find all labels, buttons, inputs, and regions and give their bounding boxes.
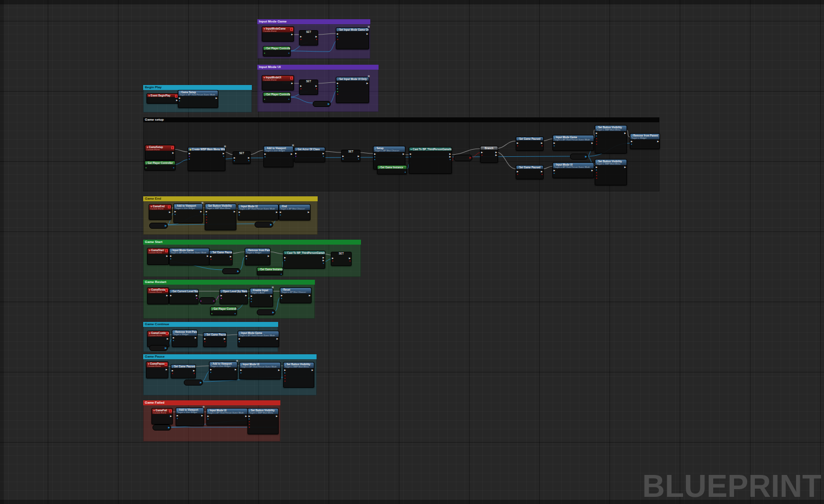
function-node-input-mode-ui[interactable]: ƒInput Mode UITarget is BP Third Person … bbox=[238, 204, 279, 220]
function-node-open-level-by-name[interactable]: ƒOpen Level (by Name)▶●▶ bbox=[219, 289, 248, 304]
exec-pin[interactable]: ▶ bbox=[239, 211, 240, 213]
exec-pin[interactable]: ▶ bbox=[201, 415, 203, 417]
exec-pin[interactable]: ▶ bbox=[410, 153, 411, 155]
exec-pin[interactable]: ▶ bbox=[251, 295, 252, 297]
exec-pin[interactable]: ▶ bbox=[596, 132, 597, 134]
data-pin[interactable]: ● bbox=[541, 145, 543, 147]
reroute-node[interactable]: ▶ bbox=[184, 380, 203, 386]
exec-pin[interactable]: ▶ bbox=[207, 415, 209, 417]
exec-pin[interactable]: ▶ bbox=[268, 255, 269, 257]
comment-title-bar[interactable]: Game Failed bbox=[143, 400, 280, 405]
function-node-add-to-viewport[interactable]: ƒAdd to ViewportTarget is User Widget▦▶●… bbox=[173, 203, 203, 223]
data-pin[interactable]: ● bbox=[224, 341, 225, 343]
comment-title-bar[interactable]: Game Restart bbox=[143, 280, 315, 285]
comment-title-bar[interactable]: Game End bbox=[143, 196, 318, 201]
data-pin[interactable]: ● bbox=[172, 372, 173, 375]
data-pin[interactable]: ▶ bbox=[238, 270, 239, 273]
data-pin[interactable]: ● bbox=[194, 372, 195, 375]
exec-pin[interactable]: ▶ bbox=[281, 295, 283, 297]
exec-pin[interactable]: ▶ bbox=[234, 157, 235, 159]
data-pin[interactable]: ● bbox=[249, 418, 250, 420]
exec-pin[interactable]: ▶ bbox=[248, 157, 250, 159]
exec-pin[interactable]: ▶ bbox=[315, 85, 317, 87]
data-pin[interactable]: ● bbox=[337, 38, 338, 41]
data-pin[interactable]: ● bbox=[405, 171, 406, 173]
function-node-set-input-mode-game-only[interactable]: ƒSet Input Mode Game Only▦▶●●▶ bbox=[336, 27, 369, 49]
function-node-set-game-paused[interactable]: ƒSet Game Paused▶●▶● bbox=[516, 165, 544, 179]
comment-title-bar[interactable]: Input Mode Game bbox=[257, 19, 370, 24]
exec-pin[interactable]: ▶ bbox=[166, 295, 168, 297]
pure-function-node-get-game-instance[interactable]: ƒGet Game Instance● bbox=[257, 267, 283, 275]
event-node-inputmodegame[interactable]: ❖InputModeGameCustom Event▶ bbox=[262, 26, 294, 42]
exec-pin[interactable]: ▶ bbox=[230, 256, 232, 258]
blueprint-graph-canvas[interactable]: BLUEPRINT Input Mode GameInput Mode UIBe… bbox=[0, 0, 824, 504]
set-variable-node[interactable]: SET▶●▶● bbox=[233, 151, 251, 164]
exec-pin[interactable]: ▶ bbox=[245, 295, 247, 297]
exec-pin[interactable]: ▶ bbox=[541, 171, 543, 173]
exec-pin[interactable]: ▶ bbox=[591, 169, 593, 172]
exec-pin[interactable]: ▶ bbox=[349, 257, 351, 259]
data-pin[interactable]: ● bbox=[246, 258, 247, 260]
data-pin[interactable]: ● bbox=[264, 98, 265, 100]
data-pin[interactable]: ▶ bbox=[168, 426, 170, 429]
reroute-node[interactable]: ▶ bbox=[149, 345, 168, 351]
data-pin[interactable]: ● bbox=[284, 380, 285, 382]
exec-pin[interactable]: ▶ bbox=[449, 156, 451, 158]
data-pin[interactable]: ● bbox=[204, 341, 205, 343]
exec-pin[interactable]: ▶ bbox=[221, 295, 222, 297]
exec-pin[interactable]: ▶ bbox=[323, 152, 324, 155]
function-node-input-mode-ui[interactable]: ƒInput Mode UITarget is BP Third Person … bbox=[552, 162, 594, 178]
data-pin[interactable]: ● bbox=[189, 158, 190, 160]
data-pin[interactable]: ● bbox=[358, 158, 359, 160]
data-pin[interactable]: ▶ bbox=[273, 311, 274, 314]
function-node-input-mode-ui[interactable]: ƒInput Mode UITarget is BP Third Person … bbox=[206, 408, 248, 426]
data-pin[interactable]: ● bbox=[234, 160, 235, 162]
set-variable-node[interactable]: SET▶●▶● bbox=[299, 80, 318, 95]
pure-function-node-get-player-controller[interactable]: ƒGet Player Controller●● bbox=[210, 307, 237, 315]
data-pin[interactable]: ● bbox=[631, 143, 632, 145]
exec-pin[interactable]: ▶ bbox=[374, 153, 376, 155]
exec-pin[interactable]: ▶ bbox=[245, 415, 247, 417]
reroute-node[interactable]: ▶ bbox=[153, 424, 171, 431]
data-pin[interactable]: ● bbox=[596, 172, 597, 174]
exec-pin[interactable]: ▶ bbox=[291, 33, 293, 36]
data-pin[interactable]: ● bbox=[145, 167, 146, 169]
exec-pin[interactable]: ▶ bbox=[554, 169, 555, 172]
function-node-input-mode-game[interactable]: ƒInput Mode GameTarget is BP Third Perso… bbox=[552, 135, 594, 151]
exec-pin[interactable]: ▶ bbox=[309, 295, 311, 297]
exec-pin[interactable]: ▶ bbox=[170, 295, 172, 297]
exec-pin[interactable]: ▶ bbox=[172, 370, 173, 372]
exec-pin[interactable]: ▶ bbox=[631, 140, 633, 143]
data-pin[interactable]: ● bbox=[596, 169, 597, 171]
function-node-input-mode-game[interactable]: ƒInput Mode GameTarget is BP Third Perso… bbox=[169, 248, 210, 265]
comment-title-bar[interactable]: Game Continue bbox=[143, 322, 278, 327]
data-pin[interactable]: ● bbox=[200, 300, 201, 302]
exec-pin[interactable]: ▶ bbox=[195, 337, 196, 339]
data-pin[interactable]: ● bbox=[517, 173, 518, 175]
data-pin[interactable]: ● bbox=[337, 85, 338, 87]
data-pin[interactable]: ● bbox=[264, 52, 265, 54]
data-pin[interactable]: ● bbox=[300, 88, 301, 90]
function-node-set-button-visibility[interactable]: ƒSet Button VisibilityTarget is WBP Main… bbox=[205, 203, 236, 230]
event-node-gamefail[interactable]: ❖GameFailCustom Event▶ bbox=[151, 408, 173, 424]
data-pin[interactable]: ● bbox=[207, 418, 208, 420]
data-pin[interactable]: ● bbox=[206, 219, 207, 221]
exec-pin[interactable]: ▶ bbox=[234, 211, 235, 213]
data-pin[interactable]: ● bbox=[251, 301, 252, 303]
data-pin[interactable]: ● bbox=[337, 90, 338, 93]
data-pin[interactable]: ▶ bbox=[200, 381, 202, 384]
pure-function-node-get-game-instance[interactable]: ƒGet Game Instance● bbox=[377, 165, 407, 174]
exec-pin[interactable]: ▶ bbox=[300, 85, 302, 87]
function-node-input-mode-game[interactable]: ƒInput Mode GameTarget is BP Third Perso… bbox=[238, 331, 279, 347]
exec-pin[interactable]: ▶ bbox=[276, 415, 278, 417]
delegate-pin-icon[interactable] bbox=[290, 77, 293, 80]
data-pin[interactable]: ● bbox=[284, 259, 285, 262]
data-pin[interactable]: ● bbox=[173, 167, 174, 169]
data-pin[interactable]: ● bbox=[239, 214, 240, 216]
exec-pin[interactable]: ▶ bbox=[210, 369, 212, 371]
data-pin[interactable]: ● bbox=[221, 297, 222, 299]
data-pin[interactable]: ● bbox=[374, 156, 375, 158]
exec-pin[interactable]: ▶ bbox=[284, 369, 286, 371]
data-pin[interactable]: ● bbox=[196, 297, 197, 299]
exec-pin[interactable]: ▶ bbox=[193, 370, 195, 372]
